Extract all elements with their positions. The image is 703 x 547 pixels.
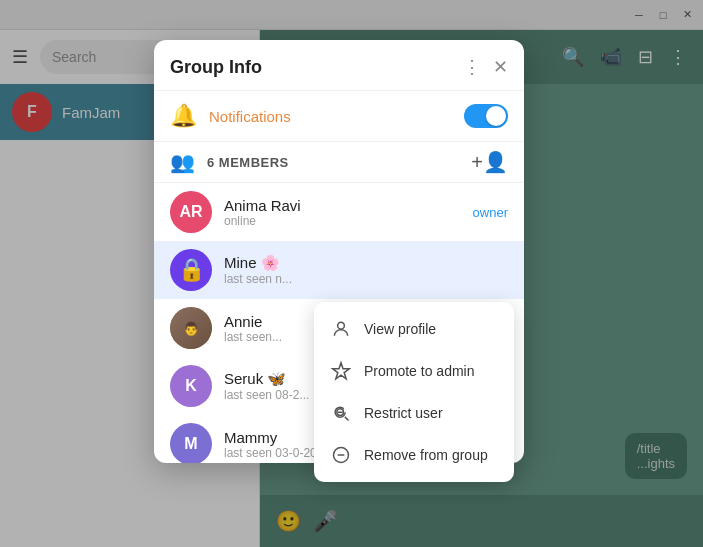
notifications-label: Notifications: [209, 108, 452, 125]
restrict-user-icon: [330, 402, 352, 424]
member-item-mine[interactable]: 🔒 Mine 🌸 last seen n...: [154, 241, 524, 299]
modal-more-icon[interactable]: ⋮: [463, 56, 481, 78]
member-status-mine: last seen n...: [224, 272, 508, 286]
context-menu-remove-group[interactable]: Remove from group: [314, 434, 514, 476]
modal-title: Group Info: [170, 57, 262, 78]
member-avatar-mammy: M: [170, 423, 212, 463]
member-status-ar: online: [224, 214, 461, 228]
restrict-user-label: Restrict user: [364, 405, 443, 421]
context-menu-restrict-user[interactable]: Restrict user: [314, 392, 514, 434]
modal-close-button[interactable]: ✕: [493, 56, 508, 78]
modal-header: Group Info ⋮ ✕: [154, 40, 524, 90]
members-icon: 👥: [170, 150, 195, 174]
member-info-ar: Anima Ravi online: [224, 197, 461, 228]
context-menu-promote-admin[interactable]: Promote to admin: [314, 350, 514, 392]
member-role-ar: owner: [473, 205, 508, 220]
context-menu: View profile Promote to admin Restrict u…: [314, 302, 514, 482]
member-name-ar: Anima Ravi: [224, 197, 461, 214]
toggle-knob: [486, 106, 506, 126]
add-member-button[interactable]: +👤: [471, 150, 508, 174]
member-info-mine: Mine 🌸 last seen n...: [224, 254, 508, 286]
context-menu-view-profile[interactable]: View profile: [314, 308, 514, 350]
view-profile-icon: [330, 318, 352, 340]
remove-group-label: Remove from group: [364, 447, 488, 463]
member-item-ar[interactable]: AR Anima Ravi online owner: [154, 183, 524, 241]
svg-point-0: [338, 322, 345, 329]
modal-header-icons: ⋮ ✕: [463, 56, 508, 78]
member-avatar-ar: AR: [170, 191, 212, 233]
view-profile-label: View profile: [364, 321, 436, 337]
remove-group-icon: [330, 444, 352, 466]
promote-admin-label: Promote to admin: [364, 363, 475, 379]
member-avatar-mine: 🔒: [170, 249, 212, 291]
notifications-toggle[interactable]: [464, 104, 508, 128]
member-avatar-seruk: K: [170, 365, 212, 407]
member-name-mine: Mine 🌸: [224, 254, 508, 272]
members-count: 6 MEMBERS: [207, 155, 459, 170]
member-avatar-annie: 👨: [170, 307, 212, 349]
notifications-row: 🔔 Notifications: [154, 91, 524, 141]
promote-admin-icon: [330, 360, 352, 382]
members-header: 👥 6 MEMBERS +👤: [154, 142, 524, 182]
bell-icon: 🔔: [170, 103, 197, 129]
